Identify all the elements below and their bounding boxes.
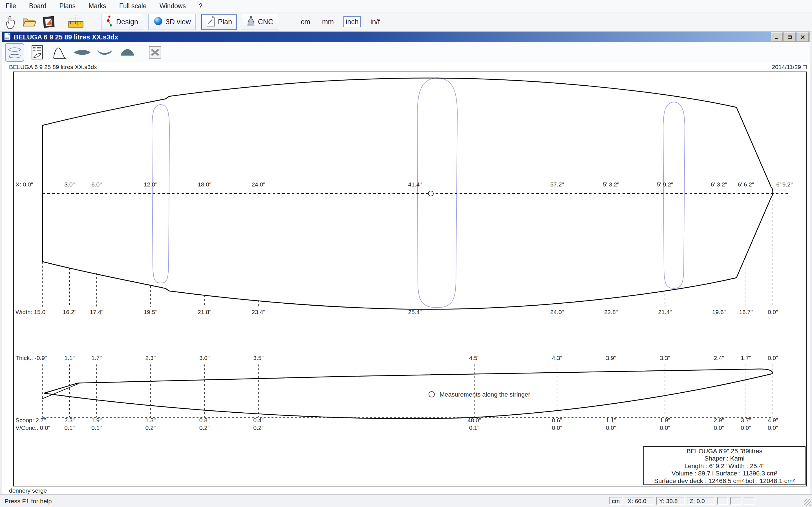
menu-full-scale[interactable]: Full scale [119,2,147,10]
menu-file[interactable]: File [6,2,16,10]
spec-line-2: Shaper : Kami [644,455,805,462]
svg-text:0.1": 0.1" [91,425,102,431]
menu-marks[interactable]: Marks [89,2,106,10]
document-filename: BELUGA 6 9 25 89 litres XX.s3dx [9,64,97,70]
unit-inf[interactable]: in/f [368,16,382,27]
menu-bar: File Board Plans Marks Full scale Window… [0,0,812,12]
svg-text:4.9": 4.9" [768,417,778,424]
hand-tool-icon[interactable] [2,14,18,30]
svg-text:Thick.: -0.9": Thick.: -0.9" [15,355,47,361]
unit-selector: cm mm inch in/f [299,16,382,27]
print-icon[interactable] [41,14,57,30]
svg-text:3.0": 3.0" [64,181,75,187]
minimize-button[interactable] [771,33,783,42]
svg-text:19.5": 19.5" [144,309,157,315]
svg-text:48.0": 48.0" [467,417,481,424]
svg-text:0.0": 0.0" [741,425,751,431]
svg-text:16.7": 16.7" [739,309,753,315]
plan-icon [206,15,215,29]
cnc-icon [247,15,255,29]
open-folder-icon[interactable] [21,14,38,30]
status-z: Z: 0.0 [687,497,715,505]
svg-text:0.0": 0.0" [552,425,562,431]
view-toolbar [2,42,810,63]
svg-text:1.7": 1.7" [741,355,751,361]
svg-text:0.2": 0.2" [145,425,156,431]
unit-mm[interactable]: mm [320,16,336,27]
svg-text:2.3": 2.3" [145,355,156,361]
section-solid-icon [120,48,135,56]
outline-solid-icon [73,48,91,57]
export-excel-button[interactable] [146,43,165,62]
plan-button-label: Plan [218,18,232,26]
rocker-curve-icon [53,45,67,59]
rocker-curve-button[interactable] [50,43,69,62]
svg-text:41.4": 41.4" [408,181,421,187]
svg-text:24.0": 24.0" [252,181,265,187]
rocker-solid-button[interactable] [95,43,114,62]
svg-text:0.0": 0.0" [606,425,616,431]
svg-text:2.9": 2.9" [714,417,724,424]
window-title-bar[interactable]: BELUGA 6 9 25 89 litres XX.s3dx [2,32,810,42]
main-toolbar: Design 3D view Plan [0,12,812,32]
svg-text:0.0": 0.0" [768,425,778,431]
stringer-marker [428,191,434,196]
rocker-solid-icon [97,49,113,56]
cnc-button-label: CNC [258,18,273,26]
svg-text:21.4": 21.4" [658,309,672,315]
svg-text:6' 9.2": 6' 9.2" [776,181,793,187]
spec-box: BELOUGA 6'9" 25 "89litres Shaper : Kami … [644,446,806,485]
outline-solid-button[interactable] [73,43,92,62]
spec-line-3: Length : 6' 9.2" Width : 25.4" [644,462,805,470]
unit-cm[interactable]: cm [299,16,312,27]
status-x: X: 60.0 [625,497,654,505]
status-help-text: Press F1 for help [4,498,52,505]
plan-button[interactable]: Plan [201,14,237,30]
svg-text:21.8": 21.8" [198,309,211,315]
section-overlays [152,78,685,307]
svg-text:0.1": 0.1" [469,425,479,431]
status-cells: cm X: 60.0 Y: 30.8 Z: 0.0 [609,497,755,505]
outline-view-button[interactable] [5,43,24,62]
menu-windows[interactable]: Windows [160,2,186,10]
document-icon [4,33,11,42]
measurements-sheet-button[interactable] [28,43,47,62]
svg-text:4.3": 4.3" [552,355,562,361]
profile-dash-lines [43,364,773,417]
svg-text:Scoop: 2.7": Scoop: 2.7" [15,417,46,424]
menu-help[interactable]: ? [199,2,202,10]
menu-plans[interactable]: Plans [59,2,75,10]
svg-text:0.0": 0.0" [768,309,778,315]
svg-text:18.0": 18.0" [198,181,211,187]
maximize-button[interactable] [784,33,796,42]
measurements-sheet-icon [31,45,43,60]
svg-text:0.0": 0.0" [768,355,778,361]
design-button-label: Design [116,18,138,26]
svg-text:2.3": 2.3" [64,417,75,424]
svg-text:0.6": 0.6" [552,417,562,424]
svg-text:3.9": 3.9" [606,355,616,361]
svg-text:V/Conc.: 0.0": V/Conc.: 0.0" [15,425,50,431]
unit-inch[interactable]: inch [343,16,361,27]
resize-grip[interactable] [804,499,811,506]
menu-board[interactable]: Board [29,2,46,10]
svg-text:16.2": 16.2" [63,309,77,315]
ruler-icon[interactable] [68,14,84,30]
svg-text:3.7": 3.7" [741,417,751,424]
svg-text:6' 3.2": 6' 3.2" [711,181,727,187]
svg-text:0.0": 0.0" [660,425,670,431]
design-icon [106,15,113,29]
date-checkbox[interactable] [803,65,807,69]
section-solid-button[interactable] [118,43,137,62]
svg-text:4.5": 4.5" [469,355,479,361]
status-unit: cm [609,497,622,505]
cnc-button[interactable]: CNC [242,14,278,30]
svg-text:5' 3.2": 5' 3.2" [603,181,619,187]
svg-text:1.7": 1.7" [91,355,102,361]
close-button[interactable] [797,33,809,42]
design-button[interactable]: Design [101,14,143,30]
stringer-note: Measurements along the stringer [440,391,530,398]
3d-view-button[interactable]: 3D view [148,14,196,30]
svg-text:5' 9.2": 5' 9.2" [657,181,673,187]
svg-text:Width: 15.0": Width: 15.0" [15,309,48,315]
